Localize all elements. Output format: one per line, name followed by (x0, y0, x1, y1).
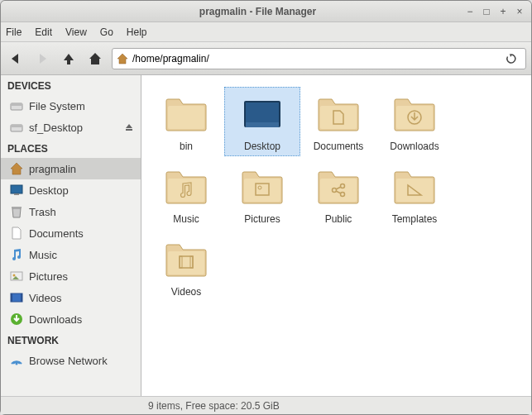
svg-rect-30 (168, 251, 204, 274)
folder-icon (161, 164, 211, 210)
content-area[interactable]: bin Desktop Documents (141, 75, 531, 396)
folder-icon (314, 164, 363, 210)
svg-rect-17 (246, 122, 279, 127)
sidebar-item-documents[interactable]: Documents (1, 222, 141, 244)
sidebar-item-label: Pictures (29, 270, 68, 283)
svg-point-8 (13, 274, 16, 277)
restore-button[interactable]: □ (482, 7, 491, 17)
back-button[interactable] (6, 49, 26, 69)
sidebar-item-label: Browse Network (29, 355, 108, 367)
statusbar: 9 items, Free space: 20.5 GiB (1, 396, 531, 414)
folder-music[interactable]: Music (148, 160, 224, 229)
svg-rect-1 (11, 103, 22, 106)
folder-public[interactable]: Public (300, 160, 376, 229)
folder-icon (390, 91, 439, 137)
svg-rect-6 (12, 207, 22, 208)
sidebar-item-filesystem[interactable]: File System (1, 95, 141, 117)
svg-rect-25 (320, 179, 357, 202)
menubar: File Edit View Go Help (1, 22, 531, 42)
window: pragmalin - File Manager − □ + × File Ed… (0, 0, 532, 415)
svg-rect-10 (11, 293, 12, 302)
folder-grid: bin Desktop Documents (148, 87, 525, 302)
folder-icon (161, 236, 211, 283)
folder-label: Downloads (390, 141, 439, 152)
sidebar-item-sfdesktop[interactable]: sf_Desktop (1, 117, 141, 138)
up-button[interactable] (59, 49, 79, 69)
folder-bin[interactable]: bin (148, 87, 224, 156)
menu-view[interactable]: View (65, 26, 87, 38)
forward-button[interactable] (32, 49, 52, 69)
folder-icon (390, 164, 439, 210)
folder-pictures[interactable]: Pictures (224, 160, 300, 229)
pictures-icon (9, 269, 24, 284)
sidebar-item-label: Documents (29, 227, 84, 240)
sidebar-item-label: pragmalin (29, 163, 76, 175)
sidebar-item-label: Videos (29, 292, 62, 304)
sidebar-item-desktop[interactable]: Desktop (1, 179, 141, 201)
music-icon (9, 247, 24, 262)
svg-rect-9 (11, 293, 22, 302)
home-icon (9, 161, 24, 176)
svg-point-13 (16, 363, 18, 365)
sidebar-item-label: sf_Desktop (29, 122, 83, 134)
network-header: NETWORK (1, 330, 141, 350)
eject-icon[interactable] (124, 122, 134, 132)
maximize-button[interactable]: + (498, 7, 508, 17)
folder-label: Public (325, 213, 352, 225)
sidebar-item-browse-network[interactable]: Browse Network (1, 350, 141, 371)
close-button[interactable]: × (515, 7, 525, 17)
folder-videos[interactable]: Videos (148, 232, 224, 302)
folder-documents[interactable]: Documents (300, 87, 376, 156)
home-icon (116, 52, 129, 65)
drive-icon (9, 120, 24, 135)
trash-icon (9, 204, 24, 219)
devices-header: DEVICES (1, 75, 141, 95)
sidebar-item-trash[interactable]: Trash (1, 201, 141, 222)
minimize-button[interactable]: − (465, 7, 475, 17)
drive-icon (9, 98, 24, 113)
sidebar-item-music[interactable]: Music (1, 244, 141, 265)
folder-icon (237, 164, 287, 210)
sidebar-item-downloads[interactable]: Downloads (1, 308, 141, 330)
sidebar-item-label: Trash (29, 206, 56, 218)
sidebar-item-pragmalin[interactable]: pragmalin (1, 158, 141, 179)
sidebar-item-label: File System (29, 100, 85, 112)
folder-downloads[interactable]: Downloads (376, 87, 453, 156)
folder-label: Documents (314, 141, 364, 152)
network-icon (9, 353, 24, 368)
menu-file[interactable]: File (6, 26, 22, 38)
folder-label: Pictures (244, 213, 280, 225)
svg-rect-4 (11, 185, 22, 193)
sidebar: DEVICES File System sf_Desktop PLACES pr… (1, 75, 141, 396)
folder-desktop[interactable]: Desktop (224, 87, 300, 156)
svg-rect-16 (246, 103, 279, 122)
refresh-button[interactable] (506, 53, 522, 64)
folder-templates[interactable]: Templates (376, 160, 453, 229)
svg-rect-21 (168, 179, 204, 202)
path-box[interactable] (112, 48, 526, 69)
sidebar-item-pictures[interactable]: Pictures (1, 265, 141, 287)
menu-edit[interactable]: Edit (35, 26, 52, 38)
folder-label: bin (180, 141, 193, 152)
downloads-icon (9, 312, 24, 327)
folder-icon (161, 91, 211, 137)
folder-label: Music (173, 213, 199, 225)
svg-rect-18 (320, 106, 357, 129)
home-button[interactable] (85, 49, 105, 69)
svg-rect-14 (168, 106, 204, 129)
places-header: PLACES (1, 138, 141, 158)
menu-help[interactable]: Help (127, 26, 147, 38)
menu-go[interactable]: Go (100, 26, 113, 38)
sidebar-item-label: Music (29, 249, 57, 261)
folder-label: Desktop (244, 141, 280, 152)
toolbar (1, 42, 531, 75)
titlebar: pragmalin - File Manager − □ + × (1, 1, 531, 22)
document-icon (9, 226, 24, 241)
sidebar-item-videos[interactable]: Videos (1, 287, 141, 308)
window-title: pragmalin - File Manager (50, 6, 465, 17)
desktop-folder-icon (237, 91, 287, 137)
path-input[interactable] (132, 53, 502, 64)
svg-rect-3 (11, 125, 22, 127)
videos-icon (9, 290, 24, 305)
svg-rect-11 (21, 293, 22, 302)
